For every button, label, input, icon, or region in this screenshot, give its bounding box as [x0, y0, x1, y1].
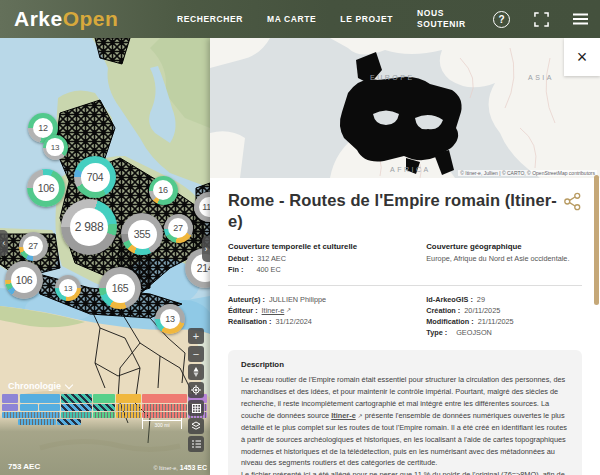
- minimap-basemap: [210, 38, 600, 178]
- id-arkeogis-value: 29: [477, 295, 485, 304]
- timeline-period-segment[interactable]: [142, 412, 187, 418]
- collapse-left-panel-handle[interactable]: ‹: [0, 230, 8, 256]
- editeur-link[interactable]: Itiner-e: [262, 306, 285, 315]
- attribution-text: © Itiner-e,: [154, 465, 178, 471]
- fullscreen-icon[interactable]: [534, 12, 549, 27]
- panel-scrollbar-thumb[interactable]: [594, 175, 599, 305]
- creation-value: 20/11/2025: [464, 306, 500, 315]
- cluster-marker[interactable]: 704: [74, 156, 116, 198]
- timeline-period-segment[interactable]: [93, 412, 115, 418]
- fin-value: 400 EC: [256, 265, 280, 274]
- expand-right-panel-handle[interactable]: ›: [202, 236, 210, 262]
- cluster-marker[interactable]: 355: [121, 213, 163, 255]
- external-link-icon: ↗: [286, 306, 291, 315]
- cluster-marker[interactable]: 165: [99, 267, 141, 309]
- zoom-in-button[interactable]: +: [188, 328, 204, 344]
- timeline-period-segment[interactable]: [116, 404, 141, 411]
- cluster-marker[interactable]: 16: [149, 176, 178, 205]
- description-box: Description Le réseau routier de l'Empir…: [228, 350, 582, 475]
- cluster-marker[interactable]: 27: [164, 214, 193, 243]
- cluster-count: 13: [59, 279, 77, 297]
- nav-nous-soutenir[interactable]: NOUS SOUTENIR: [417, 8, 469, 29]
- cluster-marker[interactable]: 106: [5, 261, 43, 299]
- nav-ma-carte[interactable]: MA CARTE: [267, 14, 316, 24]
- timeline-period-segment[interactable]: [57, 419, 81, 425]
- description-itinere-link[interactable]: Itiner-e: [331, 411, 355, 420]
- cluster-count: 13: [46, 138, 63, 155]
- locate-icon[interactable]: [188, 382, 204, 398]
- fin-label: Fin :: [228, 265, 243, 274]
- timeline-period-segment[interactable]: [142, 394, 187, 403]
- minimap-label-africa: AFRICA: [390, 166, 431, 173]
- metadata-section: Auteur(s) :JULLIEN Philippe Éditeur :Iti…: [228, 295, 582, 339]
- layers-icon[interactable]: [188, 418, 204, 434]
- logo-part-1: Arke: [14, 7, 63, 30]
- cluster-marker[interactable]: 27: [19, 232, 48, 261]
- debut-label: Début :: [228, 254, 253, 263]
- timeline-period-segment[interactable]: [39, 404, 60, 411]
- help-icon[interactable]: ?: [493, 11, 510, 28]
- timeline-period-segment[interactable]: [93, 404, 115, 411]
- minimap-label-europe: EUROPE: [370, 74, 415, 81]
- grid-icon[interactable]: [188, 400, 204, 416]
- timeline-period-segment[interactable]: [142, 404, 187, 411]
- compass-icon[interactable]: [188, 364, 204, 380]
- cluster-count: 165: [106, 274, 135, 303]
- zoom-out-button[interactable]: −: [188, 346, 204, 362]
- cluster-count: 13: [160, 309, 181, 330]
- timeline-period-segment[interactable]: [116, 394, 141, 403]
- cluster-marker[interactable]: 13: [55, 275, 81, 301]
- timeline-period-segment[interactable]: [2, 412, 60, 418]
- timeline-period-segment[interactable]: [2, 404, 18, 411]
- minimap-attribution: © Itiner-e, Jullien | © CARTO, © OpenStr…: [458, 170, 597, 176]
- coverage-section: Couverture temporelle et culturelle Débu…: [228, 242, 582, 276]
- timeline-start-label: 753 AEC: [8, 462, 40, 471]
- debut-value: 312 AEC: [257, 254, 286, 263]
- main-map[interactable]: 1213704106162 98835527110271061316521413…: [0, 38, 210, 475]
- timeline-period-segment[interactable]: [20, 394, 60, 403]
- timeline-period-segment[interactable]: [18, 419, 56, 425]
- close-icon[interactable]: ×: [564, 38, 600, 76]
- map-attribution: © Itiner-e, 1453 EC: [154, 464, 207, 471]
- cluster-marker[interactable]: 13: [43, 135, 68, 160]
- top-navbar: ArkeOpen RECHERCHER MA CARTE LE PROJET N…: [0, 0, 600, 38]
- arkeopen-app: ArkeOpen RECHERCHER MA CARTE LE PROJET N…: [0, 0, 600, 475]
- menu-icon[interactable]: [573, 13, 588, 25]
- cluster-marker[interactable]: 13: [155, 304, 185, 334]
- coverage-geo-value: Europe, Afrique du Nord et Asie occident…: [426, 254, 569, 263]
- timeline-period-segment[interactable]: [20, 404, 38, 411]
- timeline-period-segment[interactable]: [2, 394, 18, 403]
- timeline-period-segment[interactable]: [61, 394, 92, 403]
- timeline-period-segment[interactable]: [61, 412, 92, 418]
- cluster-marker[interactable]: 106: [27, 169, 65, 207]
- arkeopen-logo[interactable]: ArkeOpen: [14, 7, 118, 31]
- cluster-count: 2 988: [70, 208, 109, 247]
- map-controls: + −: [188, 328, 204, 452]
- nav-le-projet[interactable]: LE PROJET: [340, 14, 393, 24]
- coverage-temporal-title: Couverture temporelle et culturelle: [228, 242, 426, 251]
- cluster-count: 27: [168, 218, 188, 238]
- page-title: Rome - Routes de l'Empire romain (Itiner…: [228, 190, 558, 231]
- legend-list-icon[interactable]: [188, 436, 204, 452]
- id-arkeogis-label: Id-ArkeoGIS :: [426, 295, 473, 304]
- description-paragraph-2: Le fichier présenté ici a été allégé pou…: [241, 469, 569, 475]
- chronology-dropdown[interactable]: Chronologie: [8, 381, 72, 391]
- chronology-timeline: [0, 394, 210, 428]
- coverage-minimap[interactable]: EUROPE ASIA AFRICA © Itiner-e, Jullien |…: [210, 38, 600, 178]
- cluster-count: 27: [23, 236, 43, 256]
- creation-label: Création :: [426, 306, 460, 315]
- timeline-period-segment[interactable]: [116, 412, 141, 418]
- realisation-label: Réalisation :: [228, 317, 271, 326]
- cluster-marker[interactable]: 110: [194, 192, 210, 222]
- timeline-period-segment[interactable]: [61, 404, 92, 411]
- realisation-value: 31/12/2024: [275, 317, 312, 326]
- share-icon[interactable]: [563, 192, 582, 215]
- cluster-marker[interactable]: 2 988: [61, 199, 117, 255]
- timeline-end-label: 1453 EC: [180, 464, 207, 471]
- sheet-body: Rome - Routes de l'Empire romain (Itiner…: [210, 178, 600, 475]
- cluster-count: 106: [11, 267, 37, 293]
- description-paragraph-1: Le réseau routier de l'Empire romain éta…: [241, 374, 569, 469]
- timeline-period-segment[interactable]: [93, 394, 115, 403]
- divider: [228, 285, 582, 286]
- nav-rechercher[interactable]: RECHERCHER: [177, 14, 243, 24]
